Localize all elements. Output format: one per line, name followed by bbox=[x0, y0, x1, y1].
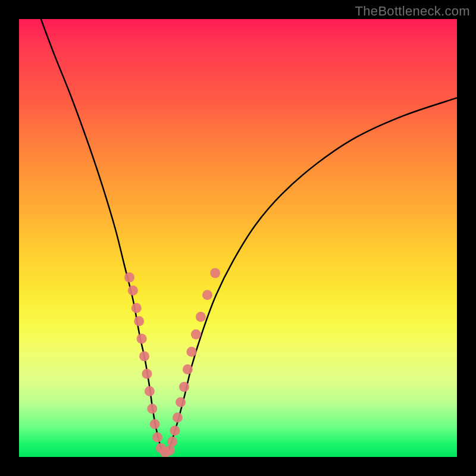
data-point bbox=[196, 312, 206, 322]
data-point bbox=[210, 268, 220, 278]
data-point bbox=[147, 404, 157, 414]
data-point bbox=[183, 364, 193, 374]
data-points-group bbox=[124, 268, 220, 457]
data-point bbox=[202, 290, 212, 300]
data-point bbox=[170, 425, 180, 436]
data-point bbox=[173, 412, 183, 422]
chart-frame: TheBottleneck.com bbox=[0, 0, 476, 476]
data-point bbox=[131, 303, 142, 313]
data-point bbox=[186, 347, 196, 357]
data-point bbox=[179, 382, 189, 392]
curve-left-branch bbox=[41, 19, 163, 453]
data-point bbox=[139, 351, 149, 361]
data-point bbox=[142, 369, 152, 379]
watermark-text: TheBottleneck.com bbox=[355, 4, 470, 19]
data-point bbox=[191, 329, 201, 339]
data-point bbox=[165, 445, 175, 455]
chart-svg bbox=[19, 19, 457, 457]
data-point bbox=[152, 432, 162, 442]
data-point bbox=[176, 397, 186, 408]
data-point bbox=[167, 437, 177, 447]
data-point bbox=[128, 286, 138, 296]
data-point bbox=[145, 386, 155, 396]
data-point bbox=[124, 273, 134, 283]
plot-area bbox=[19, 19, 457, 457]
data-point bbox=[134, 316, 144, 326]
data-point bbox=[150, 419, 160, 429]
data-point bbox=[137, 334, 147, 344]
